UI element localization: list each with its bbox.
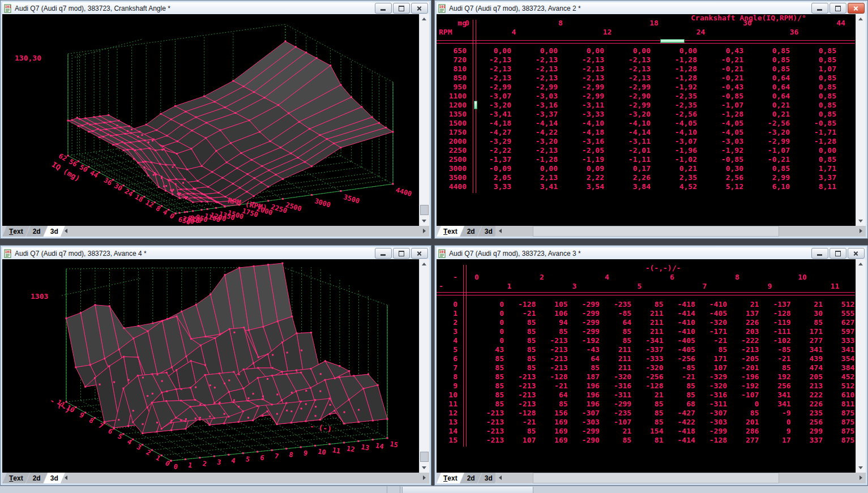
cell[interactable]: -4,05 <box>704 119 743 127</box>
cell[interactable]: 384 <box>815 364 854 371</box>
cell[interactable]: 1,71 <box>797 165 836 172</box>
cell[interactable]: 512 <box>815 301 854 308</box>
cell[interactable]: -1,37 <box>472 156 511 163</box>
cell[interactable]: -2,13 <box>518 74 558 82</box>
scrollbar-thumb[interactable] <box>533 226 779 237</box>
cell[interactable]: 2,05 <box>472 174 511 181</box>
cell[interactable]: -3,41 <box>472 110 511 118</box>
tab-scroll-right-button[interactable] <box>856 473 866 483</box>
cell[interactable]: 0,85 <box>797 110 836 118</box>
close-button[interactable] <box>411 3 428 14</box>
cell[interactable]: -2,13 <box>611 56 651 63</box>
cell[interactable]: -4,18 <box>565 128 604 136</box>
cell[interactable]: 0,85 <box>797 47 836 54</box>
cell[interactable]: 0,64 <box>750 92 790 100</box>
cell[interactable]: -4,18 <box>472 119 511 127</box>
cell[interactable]: 811 <box>815 400 854 408</box>
cell[interactable]: -2,13 <box>518 56 558 63</box>
cell[interactable]: -2,13 <box>518 65 558 72</box>
cell[interactable]: -2,35 <box>657 101 697 109</box>
scroll-up-button[interactable] <box>856 259 866 269</box>
restore-button[interactable] <box>393 3 410 14</box>
scroll-down-button[interactable] <box>856 463 866 473</box>
cell[interactable]: -1,28 <box>657 74 697 82</box>
cell[interactable]: -3,20 <box>611 110 651 118</box>
cell[interactable]: 3,37 <box>797 174 836 181</box>
cell[interactable]: 0,64 <box>750 74 790 82</box>
minimize-button[interactable] <box>375 248 392 259</box>
cell[interactable]: 354 <box>815 355 854 362</box>
cell[interactable]: -2,35 <box>657 92 697 100</box>
scroll-down-button[interactable] <box>856 216 866 226</box>
cell[interactable]: 2,26 <box>611 174 651 181</box>
tab-scroll-left-button[interactable] <box>495 226 505 237</box>
cell[interactable]: -2,13 <box>565 74 604 82</box>
cell[interactable]: 0,85 <box>797 92 836 100</box>
tab-text[interactable]: Text <box>2 473 30 483</box>
cell[interactable]: 0,43 <box>704 47 743 54</box>
cell[interactable]: -2,99 <box>611 83 651 91</box>
scrollbar-thumb[interactable] <box>420 205 429 215</box>
cell[interactable]: -2,13 <box>565 65 604 72</box>
scrollbar-thumb[interactable] <box>533 473 779 483</box>
cell[interactable]: -0,21 <box>750 156 790 163</box>
cell[interactable]: -1,28 <box>657 65 697 72</box>
cell[interactable]: -4,10 <box>611 119 651 127</box>
restore-button[interactable] <box>829 248 846 259</box>
cell[interactable]: -2,13 <box>518 147 558 154</box>
surface-plot-avance4[interactable]: 012345678910111213141501234567891011- (-… <box>2 259 421 473</box>
cell[interactable]: -4,22 <box>518 128 558 136</box>
tab-text[interactable]: Text <box>437 226 464 237</box>
scrollbar-thumb[interactable] <box>420 452 429 462</box>
cell[interactable]: -2,13 <box>472 74 511 82</box>
restore-button[interactable] <box>393 248 410 259</box>
close-button[interactable] <box>848 3 865 14</box>
cell[interactable]: -2,56 <box>750 119 790 127</box>
cell[interactable]: -0,21 <box>704 65 743 72</box>
scroll-down-button[interactable] <box>420 216 429 226</box>
cell[interactable]: 512 <box>815 382 854 389</box>
tab-text[interactable]: Text <box>437 473 464 483</box>
cell[interactable]: -1,28 <box>704 110 743 118</box>
titlebar[interactable]: I0I Audi Q7 (Audi q7 mod), 383723, Avanc… <box>437 247 866 259</box>
cell[interactable]: 0,85 <box>797 74 836 82</box>
cell[interactable]: -3,11 <box>611 138 651 145</box>
vertical-scrollbar[interactable] <box>419 14 429 226</box>
cell[interactable]: 0,85 <box>750 47 790 54</box>
tab-text[interactable]: Text <box>2 226 30 237</box>
cell[interactable]: -0,85 <box>704 92 743 100</box>
cell[interactable]: -1,92 <box>657 83 697 91</box>
cell[interactable]: -3,33 <box>565 110 604 118</box>
cell[interactable]: -2,01 <box>611 147 651 154</box>
cell[interactable]: -0,09 <box>472 165 511 172</box>
scroll-up-button[interactable] <box>856 14 866 24</box>
cell[interactable]: 3,84 <box>611 183 651 190</box>
cell[interactable]: 0,00 <box>611 47 651 54</box>
cell[interactable]: -4,05 <box>657 119 697 127</box>
cell[interactable]: 2,35 <box>657 174 697 181</box>
vertical-scrollbar[interactable] <box>856 259 866 473</box>
cell[interactable]: 875 <box>815 418 854 426</box>
cell[interactable]: 0,85 <box>797 156 836 163</box>
cell[interactable]: 0,85 <box>797 56 836 63</box>
cell[interactable]: -4,14 <box>518 119 558 127</box>
cell[interactable]: -3,20 <box>472 101 511 109</box>
cell[interactable]: -2,99 <box>565 92 604 100</box>
titlebar[interactable]: I0I Audi Q7 (Audi q7 mod), 383723, Avanc… <box>437 2 866 14</box>
cell[interactable]: -0,21 <box>704 74 743 82</box>
vertical-scrollbar[interactable] <box>419 259 429 473</box>
cell[interactable]: 0,17 <box>611 165 651 172</box>
cell[interactable]: -1,07 <box>704 101 743 109</box>
cell[interactable]: 555 <box>815 310 854 317</box>
cell[interactable]: 0,09 <box>565 165 604 172</box>
cell[interactable]: 875 <box>815 409 854 417</box>
cell[interactable]: 0,21 <box>750 110 790 118</box>
cell[interactable]: -2,90 <box>611 92 651 100</box>
cell[interactable]: 0,64 <box>750 83 790 91</box>
cell[interactable]: 0,21 <box>657 165 697 172</box>
cell[interactable]: -4,14 <box>611 128 651 136</box>
cell[interactable]: -2,22 <box>472 147 511 154</box>
cell[interactable]: 2,13 <box>518 174 558 181</box>
restore-button[interactable] <box>829 3 846 14</box>
scroll-down-button[interactable] <box>420 463 429 473</box>
